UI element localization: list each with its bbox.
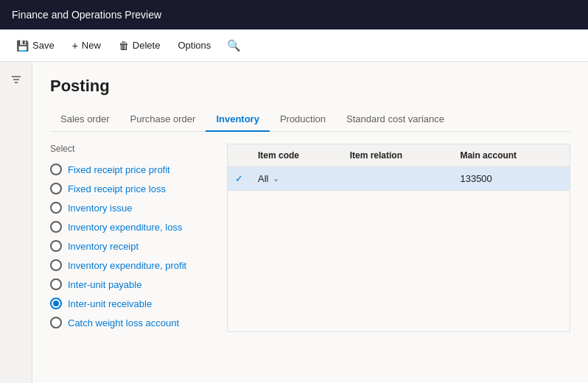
list-item[interactable]: Catch weight loss account	[50, 313, 227, 332]
radio-inventory-expenditure-loss[interactable]	[50, 221, 62, 233]
radio-fixed-receipt-loss[interactable]	[50, 183, 62, 194]
tab-production[interactable]: Production	[270, 108, 336, 132]
radio-label-inventory-expenditure-profit: Inventory expenditure, profit	[68, 260, 186, 271]
item-code-value: All	[258, 173, 268, 184]
col-item-relation: Item relation	[343, 144, 453, 167]
radio-fixed-receipt-profit[interactable]	[50, 164, 62, 175]
select-label: Select	[50, 144, 227, 154]
cell-item-relation[interactable]	[343, 167, 453, 191]
data-table: Item code Item relation Main account ✓	[228, 144, 570, 191]
top-bar: Finance and Operations Preview	[0, 0, 588, 29]
page-area: Posting Sales order Purchase order Inven…	[32, 62, 588, 383]
tab-standard-cost-variance[interactable]: Standard cost variance	[336, 108, 455, 132]
options-button[interactable]: Options	[170, 35, 218, 55]
search-button[interactable]: 🔍	[221, 36, 247, 55]
radio-label-inter-unit-receivable: Inter-unit receivable	[68, 298, 152, 309]
new-icon: +	[72, 40, 78, 52]
radio-label-catch-weight-loss: Catch weight loss account	[68, 317, 179, 328]
radio-inter-unit-receivable[interactable]	[50, 298, 62, 309]
cell-main-account[interactable]: 133500	[452, 167, 570, 191]
tab-sales-order[interactable]: Sales order	[50, 108, 119, 132]
radio-inventory-expenditure-profit[interactable]	[50, 259, 62, 271]
check-mark-icon: ✓	[235, 173, 243, 184]
main-content: Posting Sales order Purchase order Inven…	[0, 62, 588, 383]
radio-inventory-receipt[interactable]	[50, 240, 62, 252]
app-title: Finance and Operations Preview	[12, 9, 161, 21]
radio-label-inventory-receipt: Inventory receipt	[68, 241, 139, 252]
radio-label-inventory-issue: Inventory issue	[68, 203, 132, 214]
radio-catch-weight-loss[interactable]	[50, 317, 62, 328]
delete-button[interactable]: 🗑 Delete	[111, 35, 168, 56]
radio-label-fixed-receipt-loss: Fixed receipt price loss	[68, 183, 166, 194]
dropdown-arrow-icon[interactable]: ⌄	[273, 174, 279, 183]
search-icon: 🔍	[227, 39, 241, 52]
tabs-bar: Sales order Purchase order Inventory Pro…	[50, 108, 570, 132]
radio-inventory-issue[interactable]	[50, 202, 62, 214]
content-panels: Select Fixed receipt price profit Fixed …	[50, 132, 570, 332]
list-item[interactable]: Inventory issue	[50, 198, 227, 217]
radio-inter-unit-payable[interactable]	[50, 278, 62, 290]
list-item[interactable]: Inter-unit receivable	[50, 294, 227, 313]
list-item[interactable]: Fixed receipt price loss	[50, 179, 227, 198]
delete-label: Delete	[133, 40, 161, 51]
save-button[interactable]: 💾 Save	[9, 35, 62, 56]
radio-label-inter-unit-payable: Inter-unit payable	[68, 279, 141, 290]
save-label: Save	[32, 40, 55, 51]
list-item[interactable]: Fixed receipt price profit	[50, 160, 227, 179]
new-label: New	[82, 40, 101, 51]
delete-icon: 🗑	[119, 40, 129, 52]
col-item-code: Item code	[251, 144, 343, 167]
list-item[interactable]: Inter-unit payable	[50, 275, 227, 294]
save-icon: 💾	[16, 40, 29, 52]
list-item[interactable]: Inventory expenditure, loss	[50, 217, 227, 236]
cell-check: ✓	[228, 167, 251, 191]
new-button[interactable]: + New	[65, 35, 108, 56]
table-row[interactable]: ✓ All ⌄ 133500	[228, 167, 570, 191]
tab-inventory[interactable]: Inventory	[206, 108, 270, 132]
list-item[interactable]: Inventory expenditure, profit	[50, 256, 227, 275]
select-panel: Select Fixed receipt price profit Fixed …	[50, 144, 227, 332]
tab-purchase-order[interactable]: Purchase order	[119, 108, 206, 132]
table-panel: Item code Item relation Main account ✓	[227, 144, 570, 332]
page-title: Posting	[50, 77, 570, 96]
table-header-row: Item code Item relation Main account	[228, 144, 570, 167]
sidebar	[0, 62, 32, 383]
col-check	[228, 144, 251, 167]
radio-label-inventory-expenditure-loss: Inventory expenditure, loss	[68, 222, 182, 233]
radio-label-fixed-receipt-profit: Fixed receipt price profit	[68, 164, 170, 175]
options-label: Options	[178, 40, 211, 51]
filter-icon[interactable]	[6, 69, 27, 93]
list-item[interactable]: Inventory receipt	[50, 236, 227, 256]
toolbar: 💾 Save + New 🗑 Delete Options 🔍	[0, 29, 588, 62]
col-main-account: Main account	[452, 144, 570, 167]
cell-item-code[interactable]: All ⌄	[251, 167, 343, 191]
